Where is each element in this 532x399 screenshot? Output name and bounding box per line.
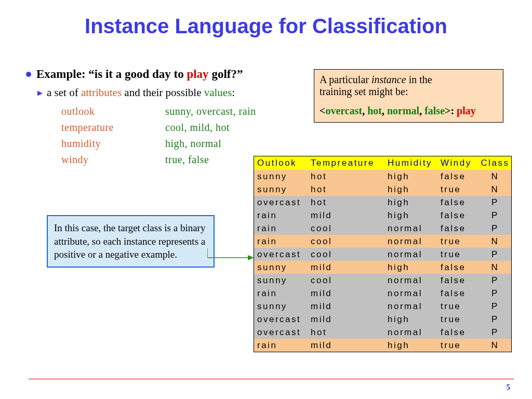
- attr-row: humidityhigh, normal: [61, 136, 307, 152]
- page-number: 5: [507, 383, 511, 392]
- table-cell: mild: [308, 314, 384, 325]
- subline-p2: and their possible: [122, 86, 204, 99]
- table-row: overcasthothighfalseP: [254, 196, 511, 209]
- table-cell: N: [479, 262, 511, 273]
- table-cell: false: [437, 288, 479, 299]
- table-row: sunnyhothightrueN: [254, 183, 511, 196]
- table-row: rainmildhightrueN: [254, 339, 511, 352]
- table-cell: P: [479, 210, 511, 221]
- attr-name: windy: [61, 152, 165, 168]
- table-cell: rain: [254, 223, 308, 234]
- attr-name: outlook: [61, 103, 165, 119]
- table-header: Tempreature: [308, 158, 384, 168]
- table-row: overcastcoolnormaltrueP: [254, 248, 511, 261]
- table-cell: P: [479, 223, 511, 234]
- table-row: raincoolnormaltrueN: [254, 235, 511, 248]
- table-cell: cool: [308, 236, 384, 247]
- table-cell: normal: [384, 301, 437, 312]
- table-cell: P: [479, 301, 511, 312]
- table-row: sunnycoolnormalfalseP: [254, 274, 511, 287]
- subline-p1: a set of: [47, 86, 81, 99]
- table-cell: mild: [308, 210, 384, 221]
- table-cell: P: [479, 327, 511, 338]
- example-subline: a set of attributes and their possible v…: [47, 86, 307, 99]
- table-header: Outlook: [254, 158, 308, 168]
- table-cell: cool: [308, 249, 384, 260]
- table-cell: false: [437, 275, 479, 286]
- table-cell: high: [384, 314, 437, 325]
- table-cell: false: [437, 171, 479, 182]
- table-cell: sunny: [254, 262, 308, 273]
- table-cell: normal: [384, 288, 437, 299]
- table-header: Humidity: [384, 158, 437, 168]
- table-cell: normal: [384, 327, 437, 338]
- table-cell: true: [437, 236, 479, 247]
- table-cell: high: [384, 197, 437, 208]
- tuple-v3: false: [424, 105, 445, 116]
- table-cell: sunny: [254, 184, 308, 195]
- table-cell: hot: [308, 327, 384, 338]
- table-cell: high: [384, 171, 437, 182]
- attr-row: temperaturecool, mild, hot: [61, 119, 307, 136]
- table-cell: true: [437, 340, 479, 351]
- table-cell: mild: [308, 340, 384, 351]
- table-cell: overcast: [254, 327, 308, 338]
- table-cell: rain: [254, 236, 308, 247]
- table-cell: overcast: [254, 249, 308, 260]
- table-cell: high: [384, 262, 437, 273]
- example-suffix: golf?”: [209, 68, 243, 81]
- attr-name: humidity: [61, 136, 165, 152]
- table-cell: high: [384, 340, 437, 351]
- tuple-v0: overcast: [325, 105, 362, 116]
- table-cell: N: [479, 236, 511, 247]
- tuple-v2: normal: [387, 105, 419, 116]
- table-cell: rain: [254, 288, 308, 299]
- table-row: rainmildhighfalseP: [254, 209, 511, 222]
- content-block: Example: “is it a good day to play golf?…: [36, 68, 307, 168]
- instance-l1a: A particular: [320, 74, 371, 85]
- table-body: sunnyhothighfalseNsunnyhothightrueNoverc…: [254, 170, 511, 352]
- table-cell: normal: [384, 223, 437, 234]
- table-cell: false: [437, 262, 479, 273]
- table-cell: false: [437, 210, 479, 221]
- table-cell: P: [479, 197, 511, 208]
- instance-tuple: <overcast, hot, normal, false>: play: [320, 105, 498, 117]
- table-header: Windy: [437, 158, 479, 168]
- bullet-icon: [26, 72, 31, 77]
- table-cell: N: [479, 184, 511, 195]
- table-cell: N: [479, 340, 511, 351]
- example-play: play: [187, 68, 208, 81]
- table-cell: sunny: [254, 275, 308, 286]
- attr-vals: cool, mild, hot: [165, 122, 230, 133]
- table-cell: sunny: [254, 171, 308, 182]
- table-cell: mild: [308, 288, 384, 299]
- table-row: rainmildnormalfalseP: [254, 287, 511, 300]
- table-cell: true: [437, 314, 479, 325]
- table-row: sunnyhothighfalseN: [254, 170, 511, 183]
- table-cell: rain: [254, 210, 308, 221]
- table-cell: high: [384, 210, 437, 221]
- tuple-sep: ,: [419, 105, 424, 116]
- example-heading: Example: “is it a good day to play golf?…: [36, 68, 307, 81]
- footer-rule: [29, 379, 514, 379]
- table-cell: false: [437, 197, 479, 208]
- tuple-open: <: [320, 105, 325, 116]
- table-header: Class: [479, 158, 511, 168]
- note-callout: In this case, the target class is a bina…: [47, 215, 215, 268]
- table-cell: normal: [384, 249, 437, 260]
- slide: Instance Language for Classification Exa…: [0, 0, 532, 399]
- attr-name: temperature: [61, 119, 165, 136]
- table-cell: true: [437, 249, 479, 260]
- table-cell: false: [437, 223, 479, 234]
- table-cell: P: [479, 275, 511, 286]
- table-row: sunnymildnormaltrueP: [254, 300, 511, 313]
- table-cell: normal: [384, 236, 437, 247]
- training-table: Outlook Tempreature Humidity Windy Class…: [254, 156, 512, 352]
- table-cell: overcast: [254, 314, 308, 325]
- instance-l1b: instance: [371, 74, 406, 85]
- slide-title: Instance Language for Classification: [0, 0, 532, 38]
- table-cell: hot: [308, 197, 384, 208]
- instance-l1c: in the: [406, 74, 432, 85]
- tuple-close: >:: [445, 105, 457, 116]
- table-cell: overcast: [254, 197, 308, 208]
